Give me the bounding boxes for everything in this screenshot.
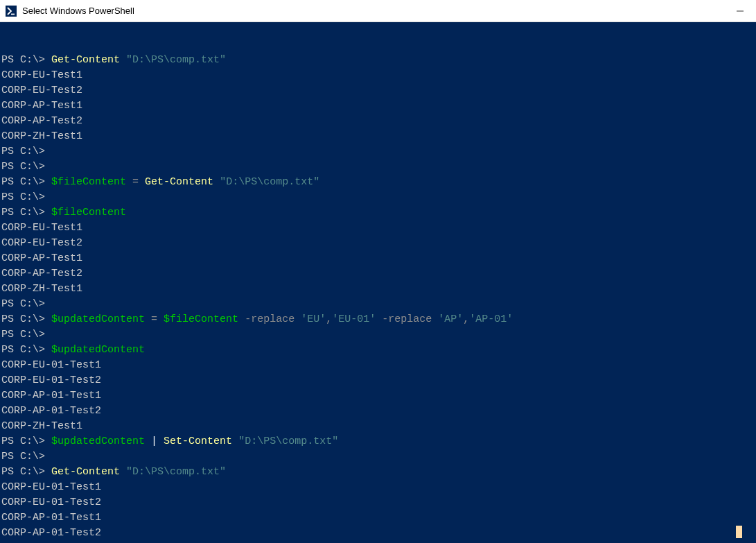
output-line: CORP-AP-01-Test1 — [0, 388, 756, 404]
command-line: PS C:\> $fileContent — [0, 205, 756, 221]
output-line: CORP-EU-Test2 — [0, 83, 756, 98]
command-line: PS C:\> — [0, 190, 756, 205]
command-line: PS C:\> Get-Content "D:\PS\comp.txt" — [0, 465, 756, 480]
output-line: CORP-AP-Test1 — [0, 251, 756, 266]
cursor — [735, 526, 742, 542]
command-line: PS C:\> — [0, 160, 756, 175]
command-line: PS C:\> $updatedContent | Set-Content "D… — [0, 434, 756, 449]
command-line: PS C:\> — [0, 327, 756, 343]
command-line: PS C:\> — [0, 144, 756, 160]
output-line: CORP-AP-01-Test1 — [0, 510, 756, 526]
output-line: CORP-EU-01-Test1 — [0, 358, 756, 373]
terminal-output[interactable]: PS C:\> Get-Content "D:\PS\comp.txt"CORP… — [0, 22, 756, 543]
output-line: CORP-EU-Test2 — [0, 236, 756, 251]
command-line: PS C:\> $fileContent = Get-Content "D:\P… — [0, 175, 756, 190]
output-line: CORP-EU-Test1 — [0, 68, 756, 83]
output-line: CORP-AP-01-Test2 — [0, 404, 756, 419]
output-line: CORP-ZH-Test1 — [0, 419, 756, 434]
minimize-button[interactable] — [724, 0, 756, 22]
output-line: CORP-ZH-Test1 — [0, 129, 756, 144]
output-line: CORP-EU-01-Test1 — [0, 480, 756, 495]
output-line: CORP-EU-Test1 — [0, 221, 756, 236]
command-line: PS C:\> — [0, 449, 756, 465]
command-line: PS C:\> $updatedContent — [0, 343, 756, 358]
window-title: Select Windows PowerShell — [22, 6, 724, 16]
output-line: CORP-AP-Test2 — [0, 114, 756, 129]
output-line: CORP-ZH-Test1 — [0, 282, 756, 297]
titlebar[interactable]: Select Windows PowerShell — [0, 0, 756, 22]
output-line: CORP-EU-01-Test2 — [0, 373, 756, 388]
output-line: CORP-AP-01-Test2 — [0, 526, 756, 541]
powershell-icon — [6, 6, 17, 17]
command-line: PS C:\> Get-Content "D:\PS\comp.txt" — [0, 53, 756, 68]
output-line: CORP-EU-01-Test2 — [0, 495, 756, 510]
command-line: PS C:\> — [0, 297, 756, 312]
output-line: CORP-AP-Test1 — [0, 98, 756, 114]
command-line: PS C:\> $updatedContent = $fileContent -… — [0, 312, 756, 327]
output-line: CORP-AP-Test2 — [0, 266, 756, 282]
